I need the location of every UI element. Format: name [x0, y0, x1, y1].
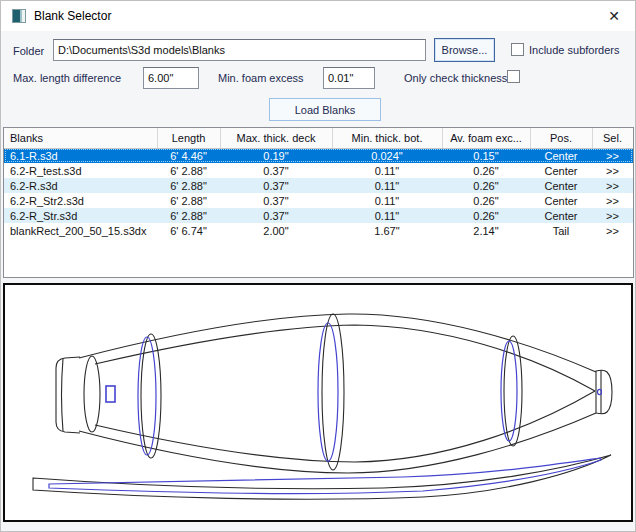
only-check-thickness-checkbox[interactable]	[507, 70, 520, 83]
select-blank-button[interactable]: >>	[592, 223, 633, 238]
cell-min-thick-bot: 0.11"	[332, 163, 442, 178]
include-subfolders-checkbox[interactable]	[511, 43, 524, 56]
blank-selector-dialog: Blank Selector ✕ Folder Browse... Includ…	[0, 0, 636, 532]
cell-av-foam: 0.26"	[442, 178, 530, 193]
blank-table-body: 6.1-R.s3d6' 4.46"0.19"0.024"0.15"Center>…	[4, 148, 633, 238]
cell-min-thick-bot: 0.11"	[332, 193, 442, 208]
cell-pos: Center	[530, 178, 592, 193]
cell-max-thick-deck: 0.37"	[220, 193, 332, 208]
tail-cap	[56, 357, 80, 433]
table-row[interactable]: blankRect_200_50_15.s3dx6' 6.74"2.00"1.6…	[4, 223, 633, 238]
column-header-length[interactable]: Length	[157, 128, 220, 148]
window-title: Blank Selector	[34, 9, 111, 23]
select-blank-button[interactable]: >>	[592, 208, 633, 223]
column-header-sel[interactable]: Sel.	[592, 128, 633, 148]
select-blank-button[interactable]: >>	[592, 163, 633, 178]
cell-max-thick-deck: 0.37"	[220, 178, 332, 193]
load-blanks-button[interactable]: Load Blanks	[269, 98, 381, 121]
cell-min-thick-bot: 0.11"	[332, 178, 442, 193]
column-header-min-thick-bot[interactable]: Min. thick. bot.	[332, 128, 442, 148]
cell-pos: Tail	[530, 223, 592, 238]
select-blank-button[interactable]: >>	[592, 193, 633, 208]
app-icon	[12, 9, 26, 23]
tail-section-curve	[84, 356, 100, 432]
section-2-board	[318, 323, 338, 461]
table-row[interactable]: 6.2-R_Str2.s3d6' 2.88"0.37"0.11"0.26"Cen…	[4, 193, 633, 208]
tail-cap-inner-edge	[62, 359, 64, 431]
cell-pos: Center	[530, 148, 592, 163]
cell-av-foam: 0.26"	[442, 163, 530, 178]
cell-av-foam: 2.14"	[442, 223, 530, 238]
cell-pos: Center	[530, 163, 592, 178]
only-check-thickness-label: Only check thickness	[404, 72, 507, 84]
cell-name: 6.2-R_Str.s3d	[4, 208, 157, 223]
cell-min-thick-bot: 0.024"	[332, 148, 442, 163]
max-length-difference-input[interactable]	[143, 67, 199, 89]
cell-length: 6' 2.88"	[157, 208, 220, 223]
cell-name: 6.1-R.s3d	[4, 148, 157, 163]
board-overlay-drawing	[5, 285, 631, 520]
blank-preview-panel	[3, 283, 633, 522]
cell-min-thick-bot: 0.11"	[332, 208, 442, 223]
section-3-blank	[504, 336, 522, 446]
cell-max-thick-deck: 0.37"	[220, 163, 332, 178]
blanks-table: Blanks Length Max. thick. deck Min. thic…	[3, 127, 634, 278]
column-header-max-thick-deck[interactable]: Max. thick. deck	[220, 128, 332, 148]
folder-path-input[interactable]	[53, 39, 426, 61]
folder-label: Folder	[13, 45, 44, 57]
cell-max-thick-deck: 0.19"	[220, 148, 332, 163]
cell-length: 6' 2.88"	[157, 178, 220, 193]
cell-max-thick-deck: 0.37"	[220, 208, 332, 223]
include-subfolders-label: Include subforders	[529, 44, 620, 56]
cell-length: 6' 6.74"	[157, 223, 220, 238]
table-header-row: Blanks Length Max. thick. deck Min. thic…	[4, 128, 633, 148]
select-blank-button[interactable]: >>	[592, 148, 633, 163]
cell-name: blankRect_200_50_15.s3dx	[4, 223, 157, 238]
section-3-board	[501, 341, 517, 441]
cell-av-foam: 0.26"	[442, 193, 530, 208]
section-2-blank	[322, 314, 344, 470]
cell-length: 6' 4.46"	[157, 148, 220, 163]
cell-name: 6.2-R.s3d	[4, 178, 157, 193]
table-row[interactable]: 6.1-R.s3d6' 4.46"0.19"0.024"0.15"Center>…	[4, 148, 633, 163]
browse-button[interactable]: Browse...	[434, 38, 495, 62]
title-bar: Blank Selector ✕	[1, 1, 635, 31]
nose-mark	[598, 389, 602, 394]
cell-min-thick-bot: 1.67"	[332, 223, 442, 238]
cell-pos: Center	[530, 193, 592, 208]
column-header-blanks[interactable]: Blanks	[4, 128, 157, 148]
table-row[interactable]: 6.2-R_Str.s3d6' 2.88"0.37"0.11"0.26"Cent…	[4, 208, 633, 223]
cell-av-foam: 0.26"	[442, 208, 530, 223]
min-foam-excess-input[interactable]	[323, 67, 375, 89]
cell-name: 6.2-R_Str2.s3d	[4, 193, 157, 208]
tail-stringer-mark	[106, 386, 115, 402]
table-row[interactable]: 6.2-R_test.s3d6' 2.88"0.37"0.11"0.26"Cen…	[4, 163, 633, 178]
max-length-difference-label: Max. length difference	[13, 72, 121, 84]
cell-name: 6.2-R_test.s3d	[4, 163, 157, 178]
column-header-pos[interactable]: Pos.	[530, 128, 592, 148]
close-icon[interactable]: ✕	[603, 7, 625, 25]
cell-pos: Center	[530, 208, 592, 223]
column-header-av-foam-excess[interactable]: Av. foam exc...	[442, 128, 530, 148]
section-1-blank	[141, 334, 161, 458]
cell-av-foam: 0.15"	[442, 148, 530, 163]
cell-length: 6' 2.88"	[157, 193, 220, 208]
min-foam-excess-label: Min. foam excess	[218, 72, 304, 84]
nose-cap	[596, 370, 612, 414]
select-blank-button[interactable]: >>	[592, 178, 633, 193]
table-row[interactable]: 6.2-R.s3d6' 2.88"0.37"0.11"0.26"Center>>	[4, 178, 633, 193]
cell-length: 6' 2.88"	[157, 163, 220, 178]
cell-max-thick-deck: 2.00"	[220, 223, 332, 238]
